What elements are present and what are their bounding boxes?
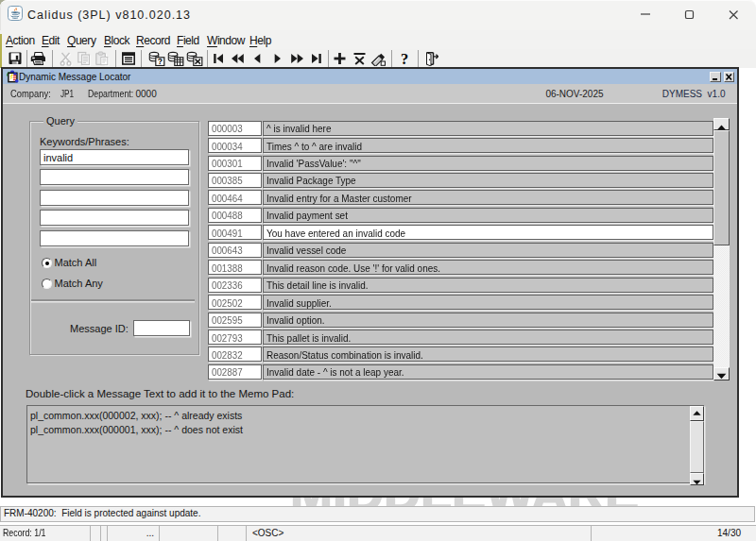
svg-text:?: ? — [400, 51, 407, 66]
svg-text:?: ? — [157, 57, 162, 66]
